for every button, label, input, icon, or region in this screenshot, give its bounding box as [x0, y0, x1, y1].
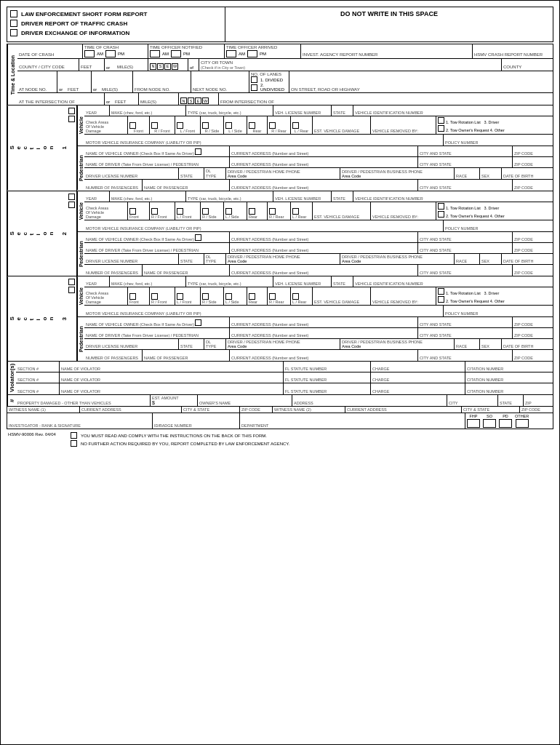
s3-r-rear[interactable]: R / Rear: [268, 287, 291, 305]
s3-make[interactable]: MAKE (chev, ford, etc.): [110, 276, 186, 287]
witness2-address[interactable]: CURRENT ADDRESS: [345, 407, 462, 413]
s3-type[interactable]: TYPE (car, truck, bicycle, etc.): [186, 276, 273, 287]
s2-l-front[interactable]: L / Front: [175, 202, 201, 220]
s3-policy[interactable]: POLICY NUMBER: [444, 306, 553, 316]
s3-l-side[interactable]: L / Side: [224, 287, 247, 305]
s3-dl-type[interactable]: DLTYPE: [204, 339, 226, 349]
s3-passenger-name[interactable]: NAME OF PASSENGER: [143, 350, 230, 361]
s1-veh-state[interactable]: STATE: [332, 105, 353, 116]
officer-arrived-field[interactable]: TIME OFFICER ARRIVED AM PM: [225, 44, 301, 58]
s2-home-phone[interactable]: DRIVER / PEDESTRIAN HOME PHONEArea Code: [226, 254, 340, 264]
s2-race[interactable]: RACE: [455, 254, 480, 264]
s3-driver-name[interactable]: NAME OF DRIVER (Take From Driver License…: [84, 328, 230, 338]
s3-driver-address[interactable]: CURRENT ADDRESS (Number and Street): [230, 328, 418, 338]
no-lanes-field[interactable]: NO. OF LANES 1. DIVIDED 2. UNDIVIDED: [249, 71, 289, 93]
s2-make[interactable]: MAKE (chev, ford, etc.): [110, 191, 186, 202]
s1-same-driver-box[interactable]: [195, 148, 201, 155]
s2-tow2-box[interactable]: [438, 211, 444, 218]
s1-biz-phone[interactable]: DRIVER / PEDESTRIAN BUSINESS PHONE Area …: [340, 168, 455, 178]
s3-owner-city[interactable]: CITY AND STATE: [418, 317, 513, 327]
county-city-field[interactable]: COUNTY / CITY CODE: [17, 59, 79, 71]
v3-charge[interactable]: CHARGE: [371, 383, 465, 394]
s2-passenger-zip[interactable]: ZIP CODE: [513, 265, 553, 276]
s2-driver-address[interactable]: CURRENT ADDRESS (Number and Street): [230, 243, 418, 253]
s1-owner-zip[interactable]: ZIP CODE: [513, 146, 553, 156]
invest-agency-field[interactable]: INVEST. AGENCY REPORT NUMBER: [301, 44, 473, 58]
s2-num-passengers[interactable]: NUMBER OF PASSENGERS: [84, 265, 143, 276]
city-town-field[interactable]: CITY OR TOWN (Check if in City or Town): [199, 59, 502, 71]
s1-r-front[interactable]: R / Front: [150, 116, 175, 134]
s2-dl-number[interactable]: DRIVER LICENSE NUMBER: [84, 254, 179, 264]
s3-tow2-box[interactable]: [438, 296, 444, 303]
s1-type[interactable]: TYPE (car, truck, bicycle, etc.): [186, 105, 273, 116]
other-box[interactable]: [516, 419, 529, 428]
s-box-2[interactable]: S: [188, 97, 194, 104]
s1-dl-state[interactable]: STATE: [179, 168, 204, 178]
s2-checkbox-1[interactable]: [68, 194, 75, 200]
s1-owner-address[interactable]: CURRENT ADDRESS (Number and Street): [230, 146, 418, 156]
miles-field[interactable]: MILE(S): [116, 59, 148, 71]
s3-driver-zip[interactable]: ZIP CODE: [513, 328, 553, 338]
s2-checkbox-2[interactable]: [68, 202, 75, 208]
s1-passenger-city[interactable]: CITY AND STATE: [418, 180, 513, 191]
s1-num-passengers[interactable]: NUMBER OF PASSENGERS: [84, 180, 143, 191]
e-box-2[interactable]: E: [195, 97, 201, 104]
s1-driver-zip[interactable]: ZIP CODE: [513, 157, 553, 167]
s2-passenger-city[interactable]: CITY AND STATE: [418, 265, 513, 276]
next-node-field[interactable]: NEXT NODE NO.: [191, 71, 249, 93]
s3-l-front[interactable]: L / Front: [175, 287, 201, 305]
s2-biz-phone[interactable]: DRIVER / PEDESTRIAN BUSINESS PHONEArea C…: [340, 254, 455, 264]
s3-veh-state[interactable]: STATE: [332, 276, 353, 287]
officer-notified-field[interactable]: TIME OFFICER NOTIFIED AM PM: [148, 44, 225, 58]
s1-race[interactable]: RACE: [455, 168, 480, 178]
fhp-box[interactable]: [467, 419, 480, 428]
s1-l-rear[interactable]: L / Rear: [291, 116, 313, 134]
s2-owner-address[interactable]: CURRENT ADDRESS (Number and Street): [230, 232, 418, 242]
v3-section[interactable]: SECTION #: [16, 383, 60, 394]
s3-checkbox-2[interactable]: [68, 287, 75, 293]
s1-owner-city[interactable]: CITY AND STATE: [418, 146, 513, 156]
s3-biz-phone[interactable]: DRIVER / PEDESTRIAN BUSINESS PHONEArea C…: [340, 339, 455, 349]
v2-statute[interactable]: FL STATUTE NUMBER: [284, 372, 371, 383]
v1-section[interactable]: SECTION #: [16, 362, 60, 372]
s1-dl-type[interactable]: DLTYPE: [204, 168, 226, 178]
s1-passenger-address[interactable]: CURRENT ADDRESS (Number and Street): [230, 180, 418, 191]
s2-owner-zip[interactable]: ZIP CODE: [513, 232, 553, 242]
s1-insurance[interactable]: MOTOR VEHICLE INSURANCE COMPANY (LIABILI…: [84, 135, 444, 146]
v3-citation[interactable]: CITATION NUMBER: [465, 383, 553, 394]
feet3-field[interactable]: FEET: [113, 93, 139, 105]
s2-same-driver-box[interactable]: [195, 234, 201, 241]
miles3-field[interactable]: MILE(S): [139, 93, 179, 105]
est-amount-field[interactable]: EST. AMOUNT $: [151, 395, 198, 406]
w-box[interactable]: W: [172, 63, 178, 70]
s2-l-side[interactable]: L / Side: [224, 202, 247, 220]
s3-checkbox-1[interactable]: [68, 279, 75, 285]
s2-est-damage[interactable]: EST. VEHICLE DAMAGE: [313, 202, 371, 220]
s2-sex[interactable]: SEX: [480, 254, 502, 264]
s3-dl-state[interactable]: STATE: [179, 339, 204, 349]
s1-dl-number[interactable]: DRIVER LICENSE NUMBER: [84, 168, 179, 178]
department-field[interactable]: DEPARTMENT: [240, 413, 465, 429]
s1-r-side[interactable]: R / Side: [201, 116, 224, 134]
prop-address-field[interactable]: ADDRESS: [292, 395, 447, 406]
v2-name[interactable]: NAME OF VIOLATOR: [60, 372, 284, 383]
s2-passenger-name[interactable]: NAME OF PASSENGER: [143, 265, 230, 276]
s3-r-front[interactable]: R / Front: [150, 287, 175, 305]
footer-note2-checkbox[interactable]: [71, 440, 77, 447]
s2-r-rear[interactable]: R / Rear: [268, 202, 291, 220]
at-intersection-field[interactable]: AT THE INTERSECTION OF: [17, 93, 105, 105]
s2-year[interactable]: YEAR: [84, 191, 110, 202]
n-box-2[interactable]: N: [180, 97, 187, 104]
s2-tow1-box[interactable]: [438, 203, 444, 210]
s3-race[interactable]: RACE: [455, 339, 480, 349]
s1-r-rear[interactable]: R / Rear: [268, 116, 291, 134]
s2-insurance[interactable]: MOTOR VEHICLE INSURANCE COMPANY (LIABILI…: [84, 220, 444, 231]
v2-section[interactable]: SECTION #: [16, 372, 60, 383]
s1-policy[interactable]: POLICY NUMBER: [444, 135, 553, 146]
on-street-field[interactable]: ON STREET, ROAD OR HIGHWAY: [289, 71, 553, 93]
witness2-zip[interactable]: ZIP CODE: [520, 407, 553, 413]
prop-zip-field[interactable]: ZIP: [524, 395, 553, 406]
s1-est-damage[interactable]: EST. VEHICLE DAMAGE: [313, 116, 371, 134]
s3-vin[interactable]: VEHICLE IDENTIFICATION NUMBER: [353, 276, 553, 287]
s2-dl-type[interactable]: DLTYPE: [204, 254, 226, 264]
